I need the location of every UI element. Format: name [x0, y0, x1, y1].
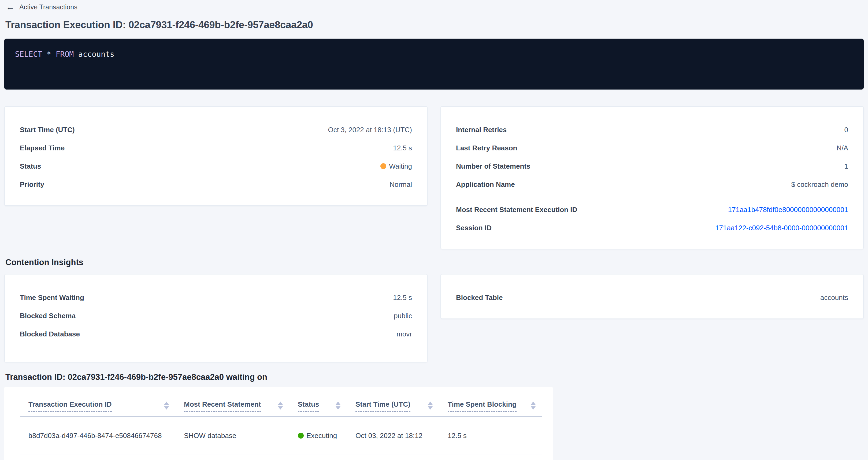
status-badge: Waiting [380, 162, 412, 171]
row-value: Normal [390, 180, 412, 189]
row-label: Priority [20, 180, 44, 189]
breadcrumb-label: Active Transactions [19, 3, 78, 11]
row-value: accounts [820, 293, 848, 302]
contention-right-card: Blocked Table accounts [440, 274, 864, 319]
back-arrow-icon: ← [6, 3, 14, 11]
execution-summary-card: Start Time (UTC) Oct 3, 2022 at 18:13 (U… [4, 106, 428, 206]
column-header-label: Transaction Execution ID [28, 400, 112, 412]
details-row-internal-retries: Internal Retries 0 [456, 121, 848, 139]
summary-row-start-time: Start Time (UTC) Oct 3, 2022 at 18:13 (U… [20, 121, 412, 139]
row-label: Start Time (UTC) [20, 125, 75, 134]
status-executing-dot-icon [298, 433, 304, 438]
details-row-statement-execution-id: Most Recent Statement Execution ID 171aa… [456, 201, 848, 219]
column-header-label: Most Recent Statement [184, 400, 261, 412]
contention-insights-heading: Contention Insights [5, 257, 864, 268]
table-row: b8d7d03a-d497-446b-8474-e50846674768 SHO… [20, 417, 542, 454]
sql-keyword-from: FROM [56, 50, 74, 59]
summary-row-elapsed-time: Elapsed Time 12.5 s [20, 139, 412, 157]
sort-icon[interactable] [531, 400, 536, 409]
table-header-row: Transaction Execution ID Most Recent Sta… [20, 387, 542, 417]
summary-row-status: Status Waiting [20, 157, 412, 175]
row-label: Session ID [456, 223, 492, 232]
status-text: Executing [306, 431, 337, 440]
column-header-status[interactable]: Status [298, 387, 355, 417]
sql-statement-box: SELECT * FROM accounts [4, 39, 864, 90]
column-header-label: Time Spent Blocking [448, 400, 517, 412]
sort-icon[interactable] [428, 400, 433, 409]
row-value: public [394, 311, 412, 320]
status-text: Waiting [389, 162, 412, 171]
row-label: Number of Statements [456, 162, 530, 171]
row-value: 1 [844, 162, 848, 171]
row-value: 0 [844, 125, 848, 134]
row-value: 12.5 s [393, 293, 412, 302]
contention-left-card: Time Spent Waiting 12.5 s Blocked Schema… [4, 274, 428, 362]
details-row-session-id: Session ID 171aa122-c092-54b8-0000-00000… [456, 219, 848, 237]
contention-row-blocked-table: Blocked Table accounts [456, 288, 848, 307]
session-id-link[interactable]: 171aa122-c092-54b8-0000-000000000001 [715, 223, 848, 232]
column-header-time-spent-blocking[interactable]: Time Spent Blocking [448, 387, 542, 417]
row-label: Blocked Schema [20, 311, 75, 320]
column-header-label: Start Time (UTC) [355, 400, 410, 412]
row-label: Status [20, 162, 41, 171]
card-divider [456, 197, 848, 197]
sort-icon[interactable] [336, 400, 340, 409]
details-row-last-retry-reason: Last Retry Reason N/A [456, 139, 848, 157]
summary-row-priority: Priority Normal [20, 175, 412, 193]
row-label: Blocked Table [456, 293, 503, 302]
row-label: Last Retry Reason [456, 144, 517, 152]
waiting-on-heading: Transaction ID: 02ca7931-f246-469b-b2fe-… [5, 372, 864, 382]
row-value: Oct 3, 2022 at 18:13 (UTC) [328, 125, 412, 134]
cell-most-recent-statement: SHOW database [184, 417, 298, 454]
column-header-most-recent-statement[interactable]: Most Recent Statement [184, 387, 298, 417]
details-row-application-name: Application Name $ cockroach demo [456, 175, 848, 193]
contention-row-blocked-schema: Blocked Schema public [20, 307, 412, 325]
sort-icon[interactable] [164, 400, 169, 409]
waiting-on-table: Transaction Execution ID Most Recent Sta… [20, 387, 542, 454]
row-label: Elapsed Time [20, 144, 65, 152]
contention-cards-row: Time Spent Waiting 12.5 s Blocked Schema… [4, 274, 864, 362]
column-header-label: Status [298, 400, 319, 412]
details-row-number-of-statements: Number of Statements 1 [456, 157, 848, 175]
row-label: Internal Retries [456, 125, 507, 134]
transaction-details-page: ← Active Transactions Transaction Execut… [0, 0, 868, 460]
cell-transaction-execution-id: b8d7d03a-d497-446b-8474-e50846674768 [20, 417, 184, 454]
sql-star: * [46, 50, 51, 59]
row-label: Time Spent Waiting [20, 293, 84, 302]
row-label: Blocked Database [20, 330, 80, 338]
column-header-start-time[interactable]: Start Time (UTC) [355, 387, 448, 417]
row-label: Application Name [456, 180, 515, 189]
cell-start-time: Oct 03, 2022 at 18:12 [355, 417, 448, 454]
sql-table-name: accounts [78, 50, 115, 59]
sql-keyword-select: SELECT [15, 50, 42, 59]
summary-cards-row: Start Time (UTC) Oct 3, 2022 at 18:13 (U… [4, 106, 864, 249]
column-header-transaction-execution-id[interactable]: Transaction Execution ID [20, 387, 184, 417]
statement-execution-id-link[interactable]: 171aa1b478fdf0e80000000000000001 [728, 205, 848, 214]
execution-details-card: Internal Retries 0 Last Retry Reason N/A… [440, 106, 864, 249]
status-badge: Executing [298, 431, 355, 440]
row-value: N/A [837, 144, 848, 152]
sort-icon[interactable] [278, 400, 283, 409]
row-value: movr [397, 330, 412, 338]
status-waiting-dot-icon [380, 163, 386, 169]
cell-time-spent-blocking: 12.5 s [448, 417, 542, 454]
page-title: Transaction Execution ID: 02ca7931-f246-… [5, 19, 864, 31]
row-value: $ cockroach demo [791, 180, 848, 189]
waiting-on-table-card: Transaction Execution ID Most Recent Sta… [4, 387, 553, 460]
row-value: 12.5 s [393, 144, 412, 152]
contention-row-time-spent-waiting: Time Spent Waiting 12.5 s [20, 288, 412, 307]
cell-status: Executing [298, 417, 355, 454]
contention-row-blocked-database: Blocked Database movr [20, 325, 412, 350]
breadcrumb-back-link[interactable]: ← Active Transactions [4, 3, 864, 11]
row-label: Most Recent Statement Execution ID [456, 205, 577, 214]
